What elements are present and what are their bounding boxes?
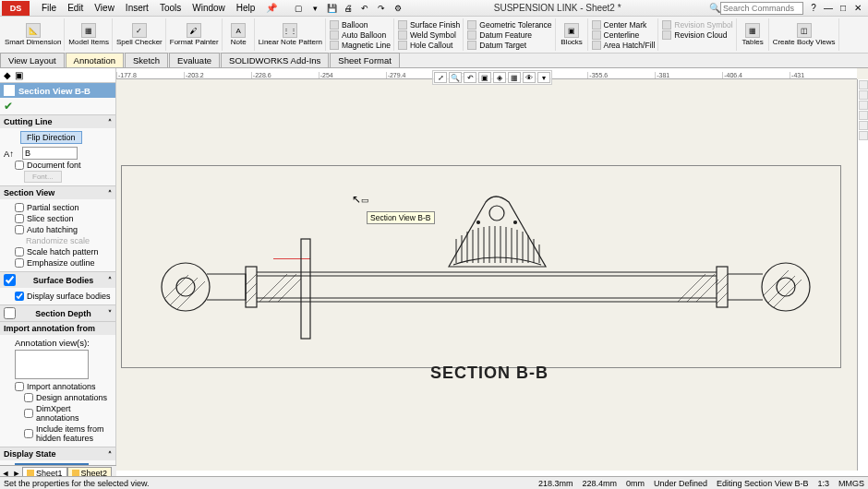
section-label-input[interactable] <box>22 147 78 160</box>
view-palette-icon[interactable] <box>859 111 868 120</box>
ribbon-format-painter[interactable]: 🖌Format Painter <box>167 18 223 51</box>
tab-evaluate[interactable]: Evaluate <box>169 53 220 67</box>
section-view-header[interactable]: Section View˄ <box>0 186 115 199</box>
menu-edit[interactable]: Edit <box>63 2 88 14</box>
flip-direction-button[interactable]: Flip Direction <box>20 131 82 144</box>
design-annotations-checkbox[interactable] <box>24 393 33 402</box>
menu-window[interactable]: Window <box>187 2 230 14</box>
section-depth-checkbox[interactable] <box>4 307 16 319</box>
ribbon-centerline[interactable]: Centerline <box>592 30 656 40</box>
ribbon-smart-dimension[interactable]: 📐Smart Dimension <box>2 18 65 51</box>
ribbon-spell-checker[interactable]: ✓Spell Checker <box>114 18 166 51</box>
redo-icon[interactable]: ↷ <box>374 2 389 15</box>
ribbon-surface-finish[interactable]: Surface Finish <box>398 20 460 30</box>
drawing-canvas[interactable]: -177.8-203.2-228.6-254-279.4-304.8-330.2… <box>116 68 868 471</box>
ribbon-datum-feature[interactable]: Datum Feature <box>467 30 551 40</box>
ribbon-model-items[interactable]: ▦Model Items <box>66 18 113 51</box>
ribbon-geometric-tolerance[interactable]: Geometric Tolerance <box>467 20 551 30</box>
ok-icon[interactable]: ✔ <box>4 100 13 113</box>
custom-props-icon[interactable] <box>859 131 868 140</box>
zoom-area-icon[interactable]: 🔍 <box>449 72 462 83</box>
surface-bodies-checkbox[interactable] <box>4 274 16 286</box>
appearances-icon[interactable] <box>859 121 868 130</box>
emphasize-outline-checkbox[interactable] <box>15 258 24 268</box>
scale-hatch-checkbox[interactable] <box>15 247 24 256</box>
ribbon-tables[interactable]: ▦Tables <box>738 18 769 51</box>
menu-bar: File Edit View Insert Tools Window Help … <box>37 2 282 14</box>
status-scale: 1:3 <box>817 479 829 488</box>
section-depth-header[interactable]: Section Depth˅ <box>0 305 115 321</box>
menu-file[interactable]: File <box>37 2 61 14</box>
print-icon[interactable]: 🖨 <box>341 2 356 15</box>
file-explorer-icon[interactable] <box>859 101 868 110</box>
display-surface-bodies-checkbox[interactable] <box>15 292 24 301</box>
svg-line-2 <box>164 275 188 299</box>
svg-point-27 <box>477 221 480 224</box>
tab-sketch[interactable]: Sketch <box>125 53 168 67</box>
status-units[interactable]: MMGS <box>838 479 864 488</box>
resources-icon[interactable] <box>859 80 868 89</box>
slice-section-checkbox[interactable] <box>15 214 24 223</box>
save-icon[interactable]: 💾 <box>324 2 339 15</box>
new-icon[interactable]: ▢ <box>291 2 306 15</box>
tab-view-layout[interactable]: View Layout <box>0 53 65 67</box>
tab-annotation[interactable]: Annotation <box>66 53 124 67</box>
ribbon-hole-callout[interactable]: Hole Callout <box>398 41 460 50</box>
menu-view[interactable]: View <box>90 2 119 14</box>
options-icon[interactable]: ⚙ <box>391 2 405 15</box>
prev-view-icon[interactable]: ↶ <box>464 72 476 83</box>
menu-insert[interactable]: Insert <box>121 2 153 14</box>
feature-tree-icon[interactable]: ◆ <box>4 70 11 80</box>
menu-pin-icon[interactable]: 📌 <box>261 2 282 14</box>
search-input[interactable] <box>720 2 803 15</box>
ribbon-blocks[interactable]: ▣Blocks <box>557 18 588 51</box>
tab-addins[interactable]: SOLIDWORKS Add-Ins <box>221 53 329 67</box>
dimxpert-annotations-checkbox[interactable] <box>24 409 33 418</box>
ribbon-create-body-views[interactable]: ◫Create Body Views <box>770 18 839 51</box>
ribbon-revision-symbol[interactable]: Revision Symbol <box>662 20 732 30</box>
annotation-views-list[interactable] <box>15 350 89 379</box>
design-library-icon[interactable] <box>859 90 868 100</box>
property-icon[interactable]: ▣ <box>15 70 23 80</box>
partial-section-checkbox[interactable] <box>15 203 24 212</box>
cutting-line-header[interactable]: Cutting Line˄ <box>0 115 115 128</box>
view-orient-icon[interactable]: ◈ <box>493 72 506 83</box>
ribbon-revision-cloud[interactable]: Revision Cloud <box>662 30 732 40</box>
menu-help[interactable]: Help <box>232 2 260 14</box>
hide-show-icon[interactable]: 👁 <box>523 72 536 83</box>
section-icon[interactable]: ▣ <box>478 72 491 83</box>
hidden-features-checkbox[interactable] <box>24 429 33 438</box>
svg-point-0 <box>162 263 210 311</box>
help-icon[interactable]: ? <box>807 2 820 15</box>
minimize-icon[interactable]: — <box>822 2 835 15</box>
import-annotation-header[interactable]: Import annotation from <box>0 322 115 335</box>
edit-scene-icon[interactable]: ▾ <box>537 72 550 83</box>
display-style-icon[interactable]: ▦ <box>508 72 521 83</box>
undo-icon[interactable]: ↶ <box>357 2 372 15</box>
ribbon-magnetic-line[interactable]: Magnetic Line <box>330 41 391 50</box>
tab-sheet-format[interactable]: Sheet Format <box>330 53 400 67</box>
ribbon-area-hatch[interactable]: Area Hatch/Fill <box>592 41 656 50</box>
chevron-down-icon: ˅ <box>108 309 112 317</box>
ribbon-auto-balloon[interactable]: Auto Balloon <box>330 30 391 40</box>
zoom-fit-icon[interactable]: ⤢ <box>434 72 447 83</box>
close-icon[interactable]: ✕ <box>851 2 864 15</box>
svg-rect-5 <box>246 267 257 307</box>
document-font-checkbox[interactable] <box>15 161 24 170</box>
maximize-icon[interactable]: □ <box>837 2 850 15</box>
ribbon-balloon[interactable]: Balloon <box>330 20 391 30</box>
import-annotations-checkbox[interactable] <box>15 382 24 391</box>
status-z: 0mm <box>626 479 645 488</box>
ribbon-note[interactable]: ANote <box>223 18 255 51</box>
auto-hatching-checkbox[interactable] <box>15 225 24 234</box>
ribbon-center-mark[interactable]: Center Mark <box>592 20 656 30</box>
svg-line-7 <box>246 283 257 294</box>
menu-tools[interactable]: Tools <box>155 2 186 14</box>
ribbon-datum-target[interactable]: Datum Target <box>467 41 551 50</box>
ribbon-linear-note-pattern[interactable]: ⋮⋮Linear Note Pattern <box>256 18 326 51</box>
surface-bodies-header[interactable]: Surface Bodies˄ <box>0 272 115 288</box>
open-icon[interactable]: ▾ <box>307 2 322 15</box>
display-state-header[interactable]: Display State˄ <box>0 447 115 460</box>
status-editing: Editing Section View B-B <box>717 479 808 488</box>
ribbon-weld-symbol[interactable]: Weld Symbol <box>398 30 460 40</box>
